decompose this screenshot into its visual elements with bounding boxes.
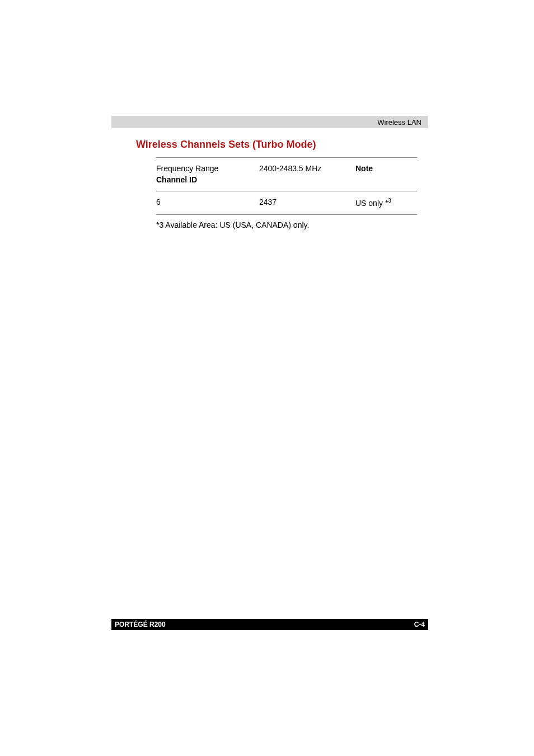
document-page: Wireless LAN Wireless Channels Sets (Tur…	[0, 0, 534, 756]
table-header-col1-line2: Channel ID	[156, 175, 197, 184]
table-header-col1: Frequency Range Channel ID	[156, 163, 259, 185]
cell-channel-id: 6	[156, 197, 259, 209]
table-footnote: *3 Available Area: US (USA, CANADA) only…	[156, 220, 428, 229]
table-header-col3: Note	[355, 163, 417, 185]
table-header-col1-line1: Frequency Range	[156, 164, 218, 173]
footer-page-number: C-4	[414, 621, 425, 628]
page-footer-bar: PORTÉGÉ R200 C-4	[111, 619, 428, 630]
table-header-col2: 2400-2483.5 MHz	[259, 163, 355, 185]
cell-note-text: US only *	[355, 199, 388, 208]
cell-frequency: 2437	[259, 197, 355, 209]
page-header-title: Wireless LAN	[377, 118, 421, 126]
channel-table: Frequency Range Channel ID 2400-2483.5 M…	[156, 157, 417, 215]
section-heading: Wireless Channels Sets (Turbo Mode)	[136, 139, 428, 151]
cell-note: US only *3	[355, 197, 417, 209]
footer-model: PORTÉGÉ R200	[115, 621, 166, 628]
cell-note-sup: 3	[388, 198, 391, 204]
table-header-row: Frequency Range Channel ID 2400-2483.5 M…	[156, 158, 417, 191]
page-header-bar: Wireless LAN	[111, 116, 428, 128]
page-content: Wireless Channels Sets (Turbo Mode) Freq…	[136, 139, 428, 229]
table-row: 6 2437 US only *3	[156, 191, 417, 215]
